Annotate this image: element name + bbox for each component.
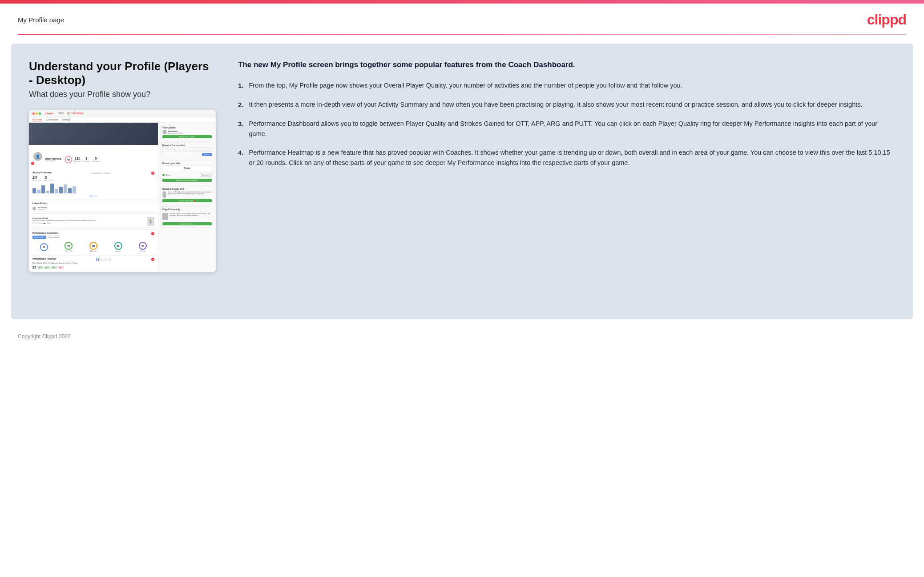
bar-3: [41, 185, 45, 193]
stat-following: 5 Following: [92, 157, 100, 162]
lesson-section: Lesson with Fordy Nothing to feel like m…: [29, 214, 158, 230]
list-item-3: 3. Performance Dashboard allows you to t…: [238, 119, 895, 139]
two-column-layout: Understand your Profile (Players - Deskt…: [29, 60, 895, 272]
header-divider: [18, 34, 906, 35]
add-trackman-btn-container: Add Link: [162, 153, 212, 156]
handicap-badge: 92: [65, 156, 72, 163]
copyright: Copyright Clippd 2022: [18, 333, 71, 340]
rounds-5[interactable]: 5: [96, 258, 99, 261]
launch-community-button[interactable]: Launch Community 🔗: [162, 222, 212, 225]
app-side-panel: Your Coaches Dan Davies Barnhurgle Golf …: [158, 123, 216, 272]
lesson-title: Lesson with Fordy: [32, 217, 145, 219]
drill-description: Be one of the Clippd community drills sk…: [168, 191, 212, 195]
connect-title: Connect your data: [162, 162, 212, 164]
disconnect-button[interactable]: Disconnect: [200, 173, 212, 177]
community-panel: Clippd Community Visit the Clippd Commun…: [160, 206, 214, 228]
activity-summary: Activity Summary Monthly Activity - 6 Mo…: [29, 169, 158, 200]
ring-overall[interactable]: 92: [40, 243, 48, 251]
perf-title: Performance Dashboard: [32, 232, 58, 234]
main-subheading: What does your Profile show you?: [29, 90, 216, 99]
trackman-input[interactable]: Trackman Link: [162, 148, 212, 152]
trackman-title: Upload a Trackman Test: [162, 144, 212, 147]
ring-putting-label: Putting: [139, 250, 147, 252]
heatmap-off-tee-cell[interactable]: 90 ↑: [37, 266, 43, 269]
dot-yellow: [36, 112, 38, 115]
rounds-10[interactable]: 10: [99, 258, 103, 261]
manage-integrations-button[interactable]: Manage Your Data Integrations: [162, 179, 212, 182]
add-trackman-button[interactable]: Add Link: [202, 153, 212, 156]
activity-header: Activity Summary Monthly Activity - 6 Mo…: [32, 171, 154, 175]
page-title: My Profile page: [18, 16, 64, 24]
rounds-15[interactable]: 15: [104, 258, 107, 261]
profile-info-row: 👤 1 Blair McHarg United Kingdom 92 131 A…: [29, 145, 158, 169]
ring-approach[interactable]: 85 Approach: [89, 242, 97, 252]
drill-avatar: [162, 191, 166, 198]
ring-overall-circle: 92: [40, 243, 48, 251]
badge-2-container: 2: [151, 172, 154, 175]
list-num-1: 1.: [238, 80, 244, 91]
heatmap-legend-off-tee: Off the Tee: [43, 262, 51, 264]
avatar-container: 👤 1: [32, 151, 43, 168]
coach-avatar: [162, 130, 167, 134]
heatmap-section: Performance Heatmap 5 10 15 20 4: [29, 256, 158, 272]
all-activities-link[interactable]: All Activities: [32, 194, 154, 198]
list-text-4: Performance Heatmap is a new feature tha…: [249, 148, 895, 168]
right-column: The new My Profile screen brings togethe…: [238, 60, 895, 176]
activity-detail-1: Blair McHarg Capture app: [38, 207, 47, 210]
manage-coaches-button[interactable]: Manage Your Coaches: [162, 135, 212, 138]
heatmap-legend-approach: Approach: [52, 262, 58, 264]
connect-data-panel: Connect your data Arccos Arccos Disconne…: [160, 160, 214, 184]
dot-green: [39, 112, 41, 115]
badge-2: 2: [151, 172, 154, 175]
nav-home: Home: [58, 112, 64, 115]
activity-avatar-1: [32, 207, 36, 210]
app-screenshot: clippd Home My Performance My Profile Co…: [29, 110, 216, 272]
lesson-content: Lesson with Fordy Nothing to feel like m…: [32, 217, 145, 224]
lesson-thumbnail: 🏌️: [147, 217, 154, 226]
practice-drill-panel: Record a Practice Drill Be one of the Cl…: [160, 186, 214, 204]
arccos-brand: Arccos: [162, 165, 212, 171]
coach-club: Barnhurgle Golf Club: [168, 132, 183, 134]
launch-capture-button[interactable]: Launch Capture App 🍎: [162, 199, 212, 202]
activity-sub-1: Capture app: [38, 208, 47, 210]
heatmap-title: Performance Heatmap: [32, 257, 56, 260]
ring-around-circle: 86: [114, 242, 122, 250]
bar-4: [46, 191, 49, 193]
profile-avatar: 👤: [32, 151, 43, 162]
nav-performance: My Performance: [67, 112, 84, 115]
heatmap-header: Performance Heatmap 5 10 15 20 4: [32, 257, 154, 261]
heatmap-putting-cell[interactable]: 96 ↓: [58, 266, 64, 269]
heatmap-legend-putting: Putting: [73, 262, 77, 264]
community-row: Visit the Clippd Community and discover …: [162, 212, 212, 221]
left-column: Understand your Profile (Players - Deskt…: [29, 60, 216, 272]
subnav-profile: My Profile: [32, 118, 42, 121]
list-num-2: 2.: [238, 100, 244, 110]
browser-dots: [32, 112, 41, 115]
activity-filters: Monthly Activity - 6 Months: [92, 172, 111, 174]
tab-player-quality[interactable]: Player Quality: [32, 236, 46, 239]
sub-nav: My Profile Connections Settings: [29, 117, 216, 123]
list-text-1: From the top, My Profile page now shows …: [249, 80, 682, 91]
activity-title: Activity Summary: [32, 171, 51, 174]
app-main-panel: 👤 1 Blair McHarg United Kingdom 92 131 A…: [29, 123, 158, 272]
bar-10: [73, 186, 76, 193]
list-item-4: 4. Performance Heatmap is a new feature …: [238, 148, 895, 168]
off-course: 3 Off Course: [44, 175, 53, 182]
coaches-title: Your Coaches: [162, 127, 212, 129]
browser-logo: clippd: [45, 112, 53, 115]
ring-putting[interactable]: 96 Putting: [139, 242, 147, 252]
drill-title: Record a Practice Drill: [162, 188, 212, 190]
badge-3-container: 3: [151, 232, 154, 235]
heatmap-around-cell[interactable]: 86 ↑: [51, 266, 57, 269]
toggle-tabs: Player Quality Strokes Gained: [32, 236, 154, 239]
coaches-panel: Your Coaches Dan Davies Barnhurgle Golf …: [160, 124, 214, 140]
rounds-20[interactable]: 20: [108, 258, 111, 261]
performance-dashboard: Performance Dashboard 3 Player Quality S…: [29, 230, 158, 256]
ring-around[interactable]: 86 Around: [114, 242, 122, 252]
tab-strokes-gained[interactable]: Strokes Gained: [47, 236, 61, 239]
ring-off-tee[interactable]: 90 Off the Tee: [65, 242, 73, 252]
heatmap-approach-cell[interactable]: 85 ↑: [44, 266, 50, 269]
heatmap-overall-val[interactable]: 92: [32, 266, 36, 269]
badge-4-container: 4: [151, 258, 154, 261]
profile-header-bg: [29, 123, 158, 145]
